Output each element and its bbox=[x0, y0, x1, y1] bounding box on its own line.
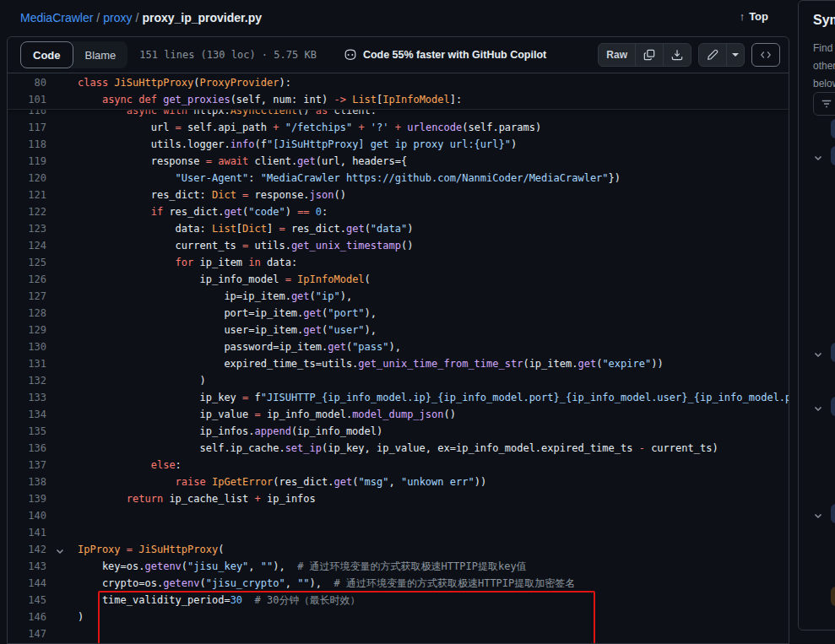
line-number[interactable]: 143 bbox=[8, 558, 46, 575]
tab-blame[interactable]: Blame bbox=[73, 41, 128, 68]
line-number[interactable]: 120 bbox=[8, 170, 46, 187]
line-number[interactable]: 132 bbox=[8, 372, 46, 389]
symbol-list-item bbox=[799, 343, 835, 363]
fold-chevron-down-icon[interactable] bbox=[55, 544, 65, 555]
download-button[interactable] bbox=[663, 43, 691, 67]
code-token bbox=[78, 257, 176, 268]
code-token: model_dump_json bbox=[352, 409, 443, 420]
code-token bbox=[78, 476, 176, 488]
code-token: List bbox=[212, 223, 236, 235]
chevron-down-icon[interactable] bbox=[813, 402, 823, 417]
code-token: = bbox=[127, 544, 133, 555]
filter-icon bbox=[821, 98, 832, 110]
line-number[interactable]: 101 bbox=[8, 91, 46, 108]
symbols-panel-toggle-button[interactable] bbox=[751, 43, 780, 67]
line-number[interactable]: 141 bbox=[8, 524, 46, 541]
code-token: ip_info_model bbox=[78, 273, 285, 285]
scroll-to-top-button[interactable]: ↑Top bbox=[740, 10, 768, 23]
breadcrumb: MediaCrawler/proxy/proxy_ip_provider.py bbox=[20, 11, 262, 24]
symbol-list-item bbox=[799, 119, 835, 139]
line-number[interactable]: 117 bbox=[8, 119, 46, 136]
line-number[interactable]: 130 bbox=[8, 338, 46, 355]
breadcrumb-repo-link[interactable]: MediaCrawler bbox=[20, 11, 93, 24]
code-token: () bbox=[333, 189, 345, 201]
code-line-120: 120 "User-Agent": "MediaCrawler https://… bbox=[8, 170, 789, 187]
code-token: IpInfoModel bbox=[297, 273, 364, 285]
code-token: ( bbox=[310, 290, 316, 302]
chevron-down-icon[interactable] bbox=[813, 151, 823, 166]
code-line-139: 139 return ip_cache_list + ip_infos bbox=[8, 490, 789, 507]
filter-symbols-input[interactable] bbox=[813, 92, 835, 116]
line-number[interactable]: 145 bbox=[8, 592, 46, 609]
breadcrumb-folder-link[interactable]: proxy bbox=[103, 11, 132, 24]
chevron-down-icon[interactable] bbox=[813, 509, 823, 524]
line-number[interactable]: 127 bbox=[8, 288, 46, 305]
line-number[interactable]: 133 bbox=[8, 389, 46, 406]
code-token: -> bbox=[333, 94, 345, 106]
code-token: f bbox=[248, 392, 260, 403]
line-number[interactable]: 146 bbox=[8, 609, 46, 625]
code-token: : bbox=[322, 206, 328, 218]
top-label: Top bbox=[749, 10, 768, 23]
code-line-content: ip=ip_item.get("ip"), bbox=[78, 288, 352, 305]
code-token: = bbox=[255, 409, 261, 420]
code-token: expired_time_ts=utils. bbox=[78, 358, 358, 370]
line-number[interactable]: 135 bbox=[8, 423, 46, 440]
symbol-chip[interactable] bbox=[831, 146, 835, 165]
symbol-chip[interactable] bbox=[831, 343, 835, 362]
line-number[interactable]: 125 bbox=[8, 254, 46, 271]
code-line-content: time_validity_period=30 # 30分钟（最长时效） bbox=[78, 592, 360, 609]
symbol-chip[interactable] bbox=[831, 504, 835, 523]
line-number[interactable]: 128 bbox=[8, 305, 46, 322]
description-line: Find definitions and references for func… bbox=[813, 40, 835, 57]
pencil-icon bbox=[707, 49, 718, 61]
code-token: + bbox=[395, 122, 401, 133]
code-token: = bbox=[176, 122, 182, 133]
code-token: append bbox=[255, 425, 291, 437]
code-token: ( bbox=[200, 577, 206, 589]
code-token: )) bbox=[474, 476, 486, 488]
line-number[interactable]: 119 bbox=[8, 153, 46, 170]
copy-button[interactable] bbox=[635, 43, 664, 67]
copilot-banner[interactable]: Code 55% faster with GitHub Copilot bbox=[344, 48, 546, 62]
symbol-chip[interactable] bbox=[831, 119, 835, 138]
line-number[interactable]: 142 bbox=[8, 541, 46, 558]
line-number[interactable]: 134 bbox=[8, 406, 46, 423]
line-number[interactable]: 80 bbox=[8, 74, 46, 91]
code-token: Dict bbox=[242, 223, 267, 235]
line-number[interactable]: 138 bbox=[8, 474, 46, 490]
symbol-chip[interactable] bbox=[831, 587, 835, 606]
tab-code[interactable]: Code bbox=[20, 41, 73, 68]
line-number[interactable]: 136 bbox=[8, 440, 46, 457]
code-token: (ip_item. bbox=[523, 358, 577, 370]
code-token: 30 bbox=[230, 594, 242, 606]
line-number[interactable]: 121 bbox=[8, 187, 46, 203]
chevron-down-icon bbox=[732, 53, 739, 57]
code-token: "port" bbox=[328, 307, 364, 319]
code-token: ( bbox=[193, 77, 199, 89]
code-token: "jisu_crypto" bbox=[206, 577, 285, 589]
code-token: res_dict. bbox=[163, 206, 224, 218]
line-number[interactable]: 129 bbox=[8, 322, 46, 338]
line-number[interactable]: 123 bbox=[8, 220, 46, 237]
edit-dropdown-button[interactable] bbox=[726, 43, 745, 67]
code-token: : bbox=[248, 172, 260, 184]
raw-button[interactable]: Raw bbox=[598, 43, 636, 67]
edit-button[interactable] bbox=[698, 43, 727, 67]
line-number[interactable]: 131 bbox=[8, 355, 46, 372]
line-number[interactable]: 137 bbox=[8, 457, 46, 474]
line-number[interactable]: 126 bbox=[8, 271, 46, 288]
line-number[interactable]: 147 bbox=[8, 625, 46, 642]
line-number[interactable]: 122 bbox=[8, 203, 46, 220]
line-number[interactable]: 144 bbox=[8, 575, 46, 592]
symbol-chip[interactable] bbox=[831, 397, 835, 416]
file-header-toolbar: Code Blame 151 lines (130 loc) · 5.75 KB… bbox=[8, 37, 789, 73]
line-number[interactable]: 139 bbox=[8, 490, 46, 507]
code-line-128: 128 port=ip_item.get("port"), bbox=[8, 305, 789, 322]
line-number[interactable]: 140 bbox=[8, 507, 46, 524]
line-number[interactable]: 118 bbox=[8, 136, 46, 153]
code-line-content: data: List[Dict] = res_dict.get("data") bbox=[78, 220, 413, 237]
chevron-down-icon[interactable] bbox=[813, 348, 823, 363]
line-number[interactable]: 124 bbox=[8, 237, 46, 254]
copy-icon bbox=[643, 49, 655, 61]
